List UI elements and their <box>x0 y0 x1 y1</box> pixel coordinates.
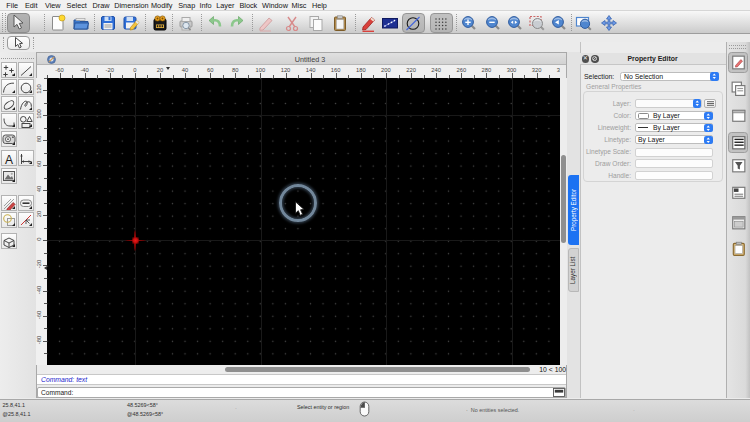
svg-text:A: A <box>5 152 13 166</box>
